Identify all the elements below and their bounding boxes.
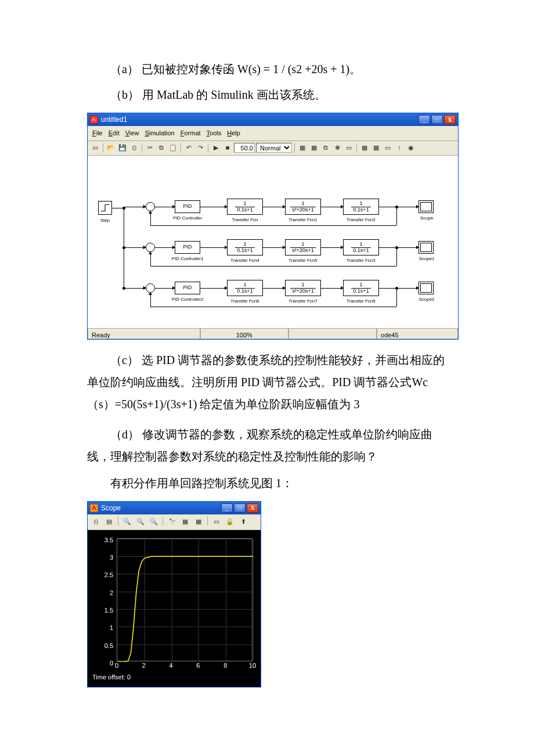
tf-block-1-2[interactable]: 10.1s+1	[343, 239, 379, 255]
ytick-label: 0.5	[96, 640, 113, 652]
paste-icon[interactable]: 📋	[168, 143, 178, 153]
tf-block-1-0[interactable]: 10.1s+1	[227, 239, 263, 255]
scope-block-0[interactable]	[418, 200, 434, 213]
tf-block-2-0[interactable]: 10.1s+1	[227, 280, 263, 296]
tool-icon-9[interactable]: ◉	[406, 143, 416, 153]
menu-format[interactable]: Format	[181, 127, 201, 139]
copy-icon[interactable]: ⧉	[156, 143, 167, 153]
pid-block-0[interactable]: PID	[175, 200, 200, 213]
tf-block-0-2[interactable]: 10.1s+1	[343, 199, 379, 215]
model-canvas[interactable]: StepPID PID Controller10.1s+1Transfer Fc…	[88, 156, 458, 329]
xtick-label: 4	[165, 660, 177, 672]
pid-block-1[interactable]: PID	[175, 241, 200, 254]
save-axes-icon[interactable]: ▦	[179, 516, 191, 528]
tool-icon-7[interactable]: ▭	[383, 143, 393, 153]
lock-icon[interactable]: 🔒	[224, 516, 236, 528]
tf-block-1-0-label: Transfer Fcn4	[222, 256, 268, 265]
menu-view[interactable]: View	[125, 127, 139, 139]
tf-block-0-0[interactable]: 10.1s+1	[227, 199, 263, 215]
time-offset-label: Time offset: 0	[92, 671, 131, 683]
zoom-icon[interactable]: 🔍	[121, 516, 133, 528]
open-icon[interactable]: 📂	[106, 143, 116, 153]
step-block[interactable]	[98, 201, 112, 215]
tf-block-1-2-label: Transfer Fcn3	[338, 256, 384, 265]
save-icon[interactable]: 💾	[117, 143, 128, 153]
stop-time-input[interactable]	[234, 143, 255, 153]
paragraph-b: （b） 用 MatLab 的 Simulink 画出该系统。	[87, 84, 447, 106]
pid-block-2[interactable]: PID	[175, 282, 200, 294]
restore-axes-icon[interactable]: ▦	[193, 516, 204, 528]
tf-block-0-2-label: Transfer Fcn2	[338, 215, 384, 224]
tf-block-2-2-label: Transfer Fcn8	[338, 297, 384, 305]
minimize-button[interactable]: _	[418, 115, 430, 124]
xtick-label: 0	[111, 660, 122, 672]
tool-icon-2[interactable]: ▦	[309, 143, 319, 153]
undo-icon[interactable]: ↶	[183, 143, 194, 153]
pid-label-1: PID Controller1	[165, 254, 210, 263]
sum-block-2[interactable]	[146, 283, 155, 293]
tf-label-0-1: Transfer Fcn1	[280, 215, 326, 224]
cut-icon[interactable]: ✂	[145, 143, 155, 153]
new-icon[interactable]: ▭	[90, 143, 100, 153]
menu-file[interactable]: File	[92, 127, 103, 139]
menu-tools[interactable]: Tools	[207, 127, 222, 139]
pid-label-0: PID Controller	[165, 214, 210, 222]
scope-window: Scope _ □ X ⎙ ▤ 🔍 🔍 🔍 🔭 ▦ ▦ ▭ 🔒 ⬆ Time o…	[87, 501, 261, 687]
scope-maximize-button[interactable]: □	[234, 503, 246, 513]
window-title: untitled1	[101, 113, 127, 127]
library-icon[interactable]: ▦	[359, 143, 370, 153]
paragraph-c: （c） 选 PID 调节器的参数使系统的控制性能较好，并画出相应的单位阶约响应曲…	[87, 349, 447, 415]
menu-help[interactable]: Help	[227, 127, 240, 139]
sum-block-0[interactable]	[146, 202, 155, 211]
print-icon[interactable]: ⎙	[90, 516, 102, 528]
xtick-label: 8	[219, 660, 231, 672]
scope-block-1[interactable]	[418, 241, 434, 254]
tf-block-1-1[interactable]: 1s²+20s+1	[285, 239, 321, 255]
tf-block-2-1[interactable]: 1s²+20s+1	[285, 280, 321, 296]
xtick-label: 10	[247, 660, 258, 672]
status-ready: Ready	[88, 329, 200, 339]
tf-block-2-0-label: Transfer Fcn6	[222, 297, 268, 305]
sum-block-1[interactable]	[146, 243, 155, 252]
zoom-y-icon[interactable]: 🔍	[148, 516, 160, 528]
ytick-label: 3	[96, 552, 113, 564]
scope-titlebar: Scope _ □ X	[88, 502, 261, 514]
stop-icon[interactable]: ■	[222, 143, 233, 153]
scope-label-2: Scope2	[414, 295, 439, 304]
float-icon[interactable]: ▭	[211, 516, 222, 528]
scope-block-2[interactable]	[418, 282, 434, 294]
close-button[interactable]: X	[444, 115, 456, 124]
zoom-x-icon[interactable]: 🔍	[135, 516, 146, 528]
menu-edit[interactable]: Edit	[109, 127, 120, 139]
tool-icon-8[interactable]: ↑	[394, 143, 405, 153]
response-line	[117, 539, 253, 662]
xtick-label: 6	[192, 660, 204, 672]
scope-minimize-button[interactable]: _	[221, 503, 233, 513]
tool-icon-6[interactable]: ▦	[371, 143, 381, 153]
mode-select[interactable]: Normal	[256, 143, 292, 153]
parameters-icon[interactable]: ▤	[103, 516, 115, 528]
tf-block-0-1[interactable]: 1s²+20s+1	[285, 199, 321, 215]
scope-label-1: Scope1	[414, 254, 439, 263]
xtick-label: 2	[138, 660, 150, 672]
tool-icon-1[interactable]: ▦	[297, 143, 308, 153]
plot-area	[117, 538, 252, 661]
start-icon[interactable]: ▶	[211, 143, 221, 153]
scope-close-button[interactable]: X	[247, 503, 258, 513]
status-solver: ode45	[377, 329, 458, 339]
tool-icon-5[interactable]: ▭	[344, 143, 354, 153]
tf-label-2-1: Transfer Fcn7	[280, 297, 326, 305]
paragraph-a: （a） 已知被控对象传函 W(s) = 1 / (s2 +20s + 1)。	[87, 58, 447, 80]
menu-simulation[interactable]: Simulation	[145, 127, 174, 139]
menubar: File Edit View Simulation Format Tools H…	[88, 126, 458, 141]
tf-block-2-2[interactable]: 10.1s+1	[343, 280, 379, 296]
signal-select-icon[interactable]: ⬆	[237, 516, 249, 528]
matlab-icon	[90, 504, 98, 512]
maximize-button[interactable]: □	[431, 115, 443, 124]
redo-icon[interactable]: ↷	[195, 143, 205, 153]
tool-icon-3[interactable]: ⧉	[320, 143, 331, 153]
scope-title: Scope	[101, 502, 121, 515]
print-icon[interactable]: ⎙	[129, 143, 139, 153]
autoscale-icon[interactable]: 🔭	[166, 516, 178, 528]
tool-icon-4[interactable]: ❀	[332, 143, 342, 153]
